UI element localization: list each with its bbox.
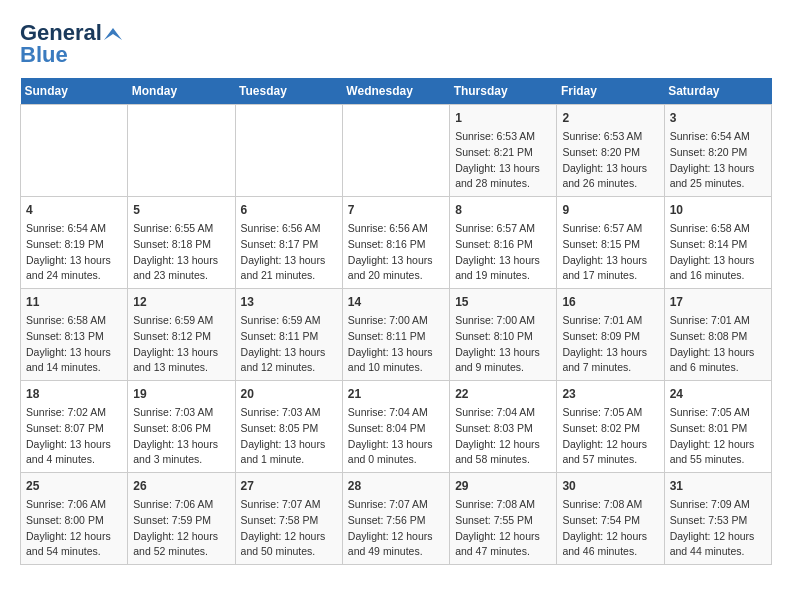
day-number: 22 <box>455 385 551 403</box>
header-cell-tuesday: Tuesday <box>235 78 342 105</box>
cell-content: Sunset: 8:15 PM <box>562 237 658 253</box>
cell-content: Sunrise: 6:56 AM <box>241 221 337 237</box>
day-number: 24 <box>670 385 766 403</box>
calendar-cell: 12Sunrise: 6:59 AMSunset: 8:12 PMDayligh… <box>128 289 235 381</box>
cell-content: Sunset: 8:03 PM <box>455 421 551 437</box>
cell-content: Sunrise: 6:56 AM <box>348 221 444 237</box>
header-cell-monday: Monday <box>128 78 235 105</box>
day-number: 28 <box>348 477 444 495</box>
cell-content: Daylight: 13 hours and 25 minutes. <box>670 161 766 193</box>
cell-content: Sunset: 8:11 PM <box>348 329 444 345</box>
day-number: 7 <box>348 201 444 219</box>
calendar-cell: 14Sunrise: 7:00 AMSunset: 8:11 PMDayligh… <box>342 289 449 381</box>
cell-content: Sunset: 8:21 PM <box>455 145 551 161</box>
cell-content: Sunset: 8:10 PM <box>455 329 551 345</box>
day-number: 12 <box>133 293 229 311</box>
cell-content: Sunset: 7:55 PM <box>455 513 551 529</box>
cell-content: Sunrise: 7:04 AM <box>348 405 444 421</box>
calendar-cell: 28Sunrise: 7:07 AMSunset: 7:56 PMDayligh… <box>342 473 449 565</box>
cell-content: Daylight: 13 hours and 28 minutes. <box>455 161 551 193</box>
cell-content: Sunset: 8:20 PM <box>562 145 658 161</box>
day-number: 19 <box>133 385 229 403</box>
cell-content: Sunrise: 7:05 AM <box>562 405 658 421</box>
calendar-cell <box>128 105 235 197</box>
cell-content: Daylight: 12 hours and 52 minutes. <box>133 529 229 561</box>
cell-content: Sunset: 8:08 PM <box>670 329 766 345</box>
day-number: 29 <box>455 477 551 495</box>
calendar-cell: 4Sunrise: 6:54 AMSunset: 8:19 PMDaylight… <box>21 197 128 289</box>
cell-content: Sunset: 8:14 PM <box>670 237 766 253</box>
cell-content: Daylight: 13 hours and 23 minutes. <box>133 253 229 285</box>
cell-content: Daylight: 13 hours and 12 minutes. <box>241 345 337 377</box>
cell-content: Sunrise: 7:07 AM <box>241 497 337 513</box>
calendar-table: SundayMondayTuesdayWednesdayThursdayFrid… <box>20 78 772 565</box>
day-number: 20 <box>241 385 337 403</box>
day-number: 11 <box>26 293 122 311</box>
cell-content: Daylight: 13 hours and 0 minutes. <box>348 437 444 469</box>
cell-content: Sunrise: 6:53 AM <box>562 129 658 145</box>
cell-content: Daylight: 12 hours and 54 minutes. <box>26 529 122 561</box>
cell-content: Sunset: 8:01 PM <box>670 421 766 437</box>
day-number: 2 <box>562 109 658 127</box>
day-number: 21 <box>348 385 444 403</box>
logo: General Blue <box>20 20 122 68</box>
cell-content: Daylight: 13 hours and 7 minutes. <box>562 345 658 377</box>
calendar-cell: 13Sunrise: 6:59 AMSunset: 8:11 PMDayligh… <box>235 289 342 381</box>
calendar-cell: 22Sunrise: 7:04 AMSunset: 8:03 PMDayligh… <box>450 381 557 473</box>
cell-content: Sunrise: 6:59 AM <box>133 313 229 329</box>
week-row-5: 25Sunrise: 7:06 AMSunset: 8:00 PMDayligh… <box>21 473 772 565</box>
day-number: 31 <box>670 477 766 495</box>
cell-content: Sunrise: 6:58 AM <box>670 221 766 237</box>
day-number: 9 <box>562 201 658 219</box>
day-number: 18 <box>26 385 122 403</box>
calendar-cell: 1Sunrise: 6:53 AMSunset: 8:21 PMDaylight… <box>450 105 557 197</box>
cell-content: Daylight: 13 hours and 3 minutes. <box>133 437 229 469</box>
cell-content: Daylight: 12 hours and 49 minutes. <box>348 529 444 561</box>
calendar-cell: 17Sunrise: 7:01 AMSunset: 8:08 PMDayligh… <box>664 289 771 381</box>
cell-content: Daylight: 13 hours and 9 minutes. <box>455 345 551 377</box>
cell-content: Sunrise: 6:54 AM <box>26 221 122 237</box>
calendar-cell: 15Sunrise: 7:00 AMSunset: 8:10 PMDayligh… <box>450 289 557 381</box>
day-number: 16 <box>562 293 658 311</box>
week-row-2: 4Sunrise: 6:54 AMSunset: 8:19 PMDaylight… <box>21 197 772 289</box>
cell-content: Sunset: 8:16 PM <box>455 237 551 253</box>
cell-content: Sunrise: 6:55 AM <box>133 221 229 237</box>
cell-content: Sunset: 8:00 PM <box>26 513 122 529</box>
calendar-cell <box>342 105 449 197</box>
calendar-cell: 23Sunrise: 7:05 AMSunset: 8:02 PMDayligh… <box>557 381 664 473</box>
calendar-cell: 26Sunrise: 7:06 AMSunset: 7:59 PMDayligh… <box>128 473 235 565</box>
cell-content: Sunset: 7:54 PM <box>562 513 658 529</box>
cell-content: Sunrise: 7:08 AM <box>455 497 551 513</box>
calendar-cell: 5Sunrise: 6:55 AMSunset: 8:18 PMDaylight… <box>128 197 235 289</box>
cell-content: Daylight: 13 hours and 4 minutes. <box>26 437 122 469</box>
cell-content: Sunrise: 7:04 AM <box>455 405 551 421</box>
cell-content: Daylight: 13 hours and 21 minutes. <box>241 253 337 285</box>
header-cell-wednesday: Wednesday <box>342 78 449 105</box>
cell-content: Sunset: 8:17 PM <box>241 237 337 253</box>
cell-content: Sunrise: 7:02 AM <box>26 405 122 421</box>
week-row-1: 1Sunrise: 6:53 AMSunset: 8:21 PMDaylight… <box>21 105 772 197</box>
cell-content: Daylight: 13 hours and 13 minutes. <box>133 345 229 377</box>
cell-content: Daylight: 13 hours and 19 minutes. <box>455 253 551 285</box>
week-row-3: 11Sunrise: 6:58 AMSunset: 8:13 PMDayligh… <box>21 289 772 381</box>
cell-content: Daylight: 13 hours and 16 minutes. <box>670 253 766 285</box>
header-cell-friday: Friday <box>557 78 664 105</box>
cell-content: Sunset: 8:18 PM <box>133 237 229 253</box>
cell-content: Sunrise: 6:58 AM <box>26 313 122 329</box>
cell-content: Sunrise: 7:05 AM <box>670 405 766 421</box>
calendar-cell: 16Sunrise: 7:01 AMSunset: 8:09 PMDayligh… <box>557 289 664 381</box>
day-number: 25 <box>26 477 122 495</box>
header-cell-saturday: Saturday <box>664 78 771 105</box>
cell-content: Daylight: 13 hours and 20 minutes. <box>348 253 444 285</box>
svg-marker-0 <box>104 28 122 40</box>
cell-content: Daylight: 12 hours and 50 minutes. <box>241 529 337 561</box>
cell-content: Sunrise: 6:59 AM <box>241 313 337 329</box>
cell-content: Sunrise: 7:03 AM <box>241 405 337 421</box>
cell-content: Sunrise: 7:00 AM <box>455 313 551 329</box>
cell-content: Daylight: 12 hours and 46 minutes. <box>562 529 658 561</box>
cell-content: Sunset: 8:12 PM <box>133 329 229 345</box>
calendar-cell: 30Sunrise: 7:08 AMSunset: 7:54 PMDayligh… <box>557 473 664 565</box>
calendar-cell: 25Sunrise: 7:06 AMSunset: 8:00 PMDayligh… <box>21 473 128 565</box>
cell-content: Sunrise: 7:07 AM <box>348 497 444 513</box>
cell-content: Daylight: 13 hours and 17 minutes. <box>562 253 658 285</box>
